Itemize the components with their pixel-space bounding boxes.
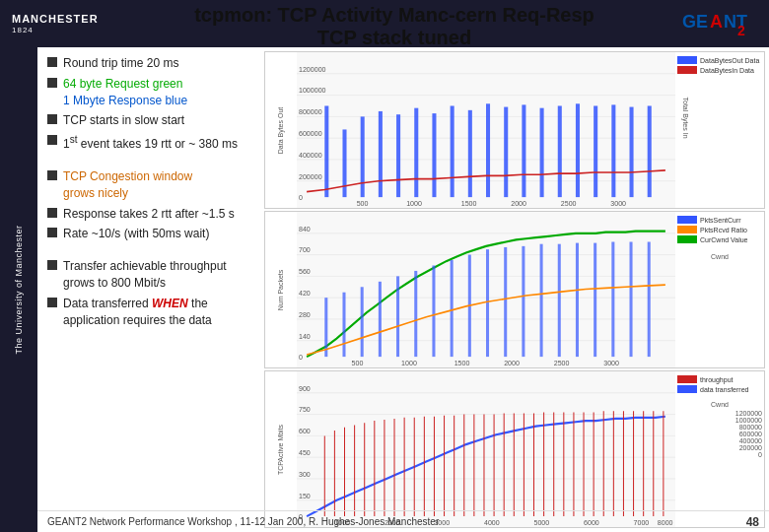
legend-item: data transferred [677, 385, 762, 393]
chart1-legend: DataBytesOut Data DataBytesIn Data Total… [675, 52, 764, 208]
bullet-icon [47, 208, 57, 218]
svg-rect-77 [576, 243, 579, 358]
svg-text:3000: 3000 [603, 359, 619, 367]
legend-item: CurCwnd Value [677, 235, 762, 243]
manchester-logo: MANCHESTER 1824 [12, 13, 99, 35]
legend-item: PktsRcvd Ratio [677, 226, 762, 233]
svg-text:500: 500 [352, 359, 364, 367]
svg-rect-70 [451, 260, 454, 357]
bullet-icon [47, 135, 57, 145]
svg-rect-79 [611, 242, 614, 358]
svg-text:800000: 800000 [299, 107, 322, 116]
page-number: 48 [746, 515, 759, 529]
svg-text:450: 450 [299, 448, 311, 457]
svg-text:300: 300 [299, 470, 311, 479]
svg-rect-41 [630, 107, 634, 198]
charts-panel: Data Bytes Out 1200000 1000000 800000 [264, 47, 769, 532]
svg-rect-40 [611, 104, 615, 197]
chart2-legend: PktsSentCurr PktsRcvd Ratio CurCwnd Valu… [675, 212, 764, 367]
svg-text:1000: 1000 [401, 359, 417, 367]
svg-text:1000000: 1000000 [299, 86, 325, 95]
chart3-area: 900 750 600 450 300 150 0 1000 2000 3000… [297, 371, 675, 527]
bullet-item: Transfer achievable throughputgrows to 8… [47, 258, 254, 292]
bullet-icon [47, 298, 57, 307]
svg-rect-65 [361, 287, 364, 357]
svg-text:1500: 1500 [461, 199, 477, 208]
bullet-icon [47, 260, 57, 270]
svg-rect-36 [540, 108, 544, 197]
svg-text:0: 0 [299, 353, 303, 362]
svg-text:140: 140 [299, 331, 311, 340]
svg-rect-34 [504, 107, 508, 198]
svg-text:400000: 400000 [299, 151, 322, 160]
svg-text:500: 500 [357, 199, 369, 208]
bullet-item: TCP starts in slow start [47, 112, 254, 129]
svg-text:1000: 1000 [406, 199, 422, 208]
svg-text:750: 750 [299, 405, 311, 414]
chart-3: TCPActive Mbits 900 750 600 450 300 [264, 370, 765, 528]
svg-text:700: 700 [299, 245, 311, 254]
bullet-icon [47, 78, 57, 88]
chart-1: Data Bytes Out 1200000 1000000 800000 [264, 51, 765, 209]
svg-rect-27 [379, 111, 383, 197]
legend-item: PktsSentCurr [677, 216, 762, 224]
legend-color [677, 235, 697, 243]
svg-rect-75 [540, 244, 543, 357]
svg-rect-30 [432, 113, 436, 197]
svg-rect-26 [361, 116, 365, 197]
chart3-right-axis: 1200000 1000000 800000 600000 400000 200… [677, 410, 762, 458]
svg-rect-28 [396, 114, 400, 197]
svg-text:560: 560 [299, 267, 311, 276]
svg-rect-81 [648, 242, 651, 358]
svg-rect-35 [522, 104, 525, 197]
bullet-icon [47, 57, 57, 67]
geant-logo: GE A NT 2 [680, 4, 759, 43]
bullet-item: Response takes 2 rtt after ~1.5 s [47, 206, 254, 223]
chart2-ylabel: Num Packets [278, 269, 285, 310]
legend-color [677, 385, 697, 393]
svg-rect-32 [468, 110, 472, 197]
bullet-section-1: Round trip time 20 ms 64 byte Request gr… [47, 55, 254, 153]
svg-rect-73 [504, 247, 507, 357]
legend-color [677, 56, 697, 64]
svg-rect-68 [414, 271, 417, 357]
bullet-item: Rate ~10/s (with 50ms wait) [47, 226, 254, 242]
svg-text:1500: 1500 [454, 359, 470, 367]
svg-text:2: 2 [737, 23, 745, 38]
legend-item: DataBytesIn Data [677, 66, 762, 74]
svg-rect-29 [414, 108, 418, 197]
svg-rect-69 [432, 265, 435, 357]
svg-text:600000: 600000 [299, 129, 322, 138]
svg-text:150: 150 [299, 491, 311, 499]
svg-text:GE: GE [682, 12, 708, 32]
bullet-icon [47, 228, 57, 237]
svg-rect-80 [630, 242, 633, 358]
main-content: Round trip time 20 ms 64 byte Request gr… [37, 47, 769, 532]
svg-text:280: 280 [299, 310, 311, 319]
chart2-area: 840 700 560 420 280 140 0 500 1000 1500 … [297, 212, 675, 367]
bullet-item: Data transferred WHEN theapplication req… [47, 296, 254, 329]
svg-text:200000: 200000 [299, 171, 322, 180]
svg-rect-39 [594, 105, 597, 197]
svg-text:2000: 2000 [511, 199, 526, 208]
sidebar: The University of Manchester [0, 47, 37, 532]
svg-text:3000: 3000 [610, 199, 626, 208]
svg-rect-82 [297, 371, 675, 527]
svg-text:A: A [710, 12, 723, 32]
bullet-item: Round trip time 20 ms [47, 55, 254, 72]
svg-text:2500: 2500 [554, 359, 570, 367]
bullet-item: 64 byte Request green1 Mbyte Response bl… [47, 76, 254, 109]
sidebar-university-text: The University of Manchester [14, 225, 24, 354]
svg-rect-37 [558, 105, 562, 197]
chart3-ylabel-right: Cwnd [677, 401, 762, 408]
bullet-section-2: TCP Congestion windowgrows nicely Respon… [47, 168, 254, 242]
chart2-ylabel-right: Cwnd [677, 253, 762, 260]
svg-text:2000: 2000 [504, 359, 520, 367]
bullet-icon [47, 114, 57, 124]
svg-rect-66 [379, 282, 382, 357]
chart-2: Num Packets 840 700 560 420 280 [264, 211, 765, 368]
chart3-ylabel: TCPActive Mbits [278, 424, 285, 474]
bullet-item: TCP Congestion windowgrows nicely [47, 168, 254, 202]
svg-rect-63 [324, 298, 327, 357]
legend-color [677, 66, 697, 74]
